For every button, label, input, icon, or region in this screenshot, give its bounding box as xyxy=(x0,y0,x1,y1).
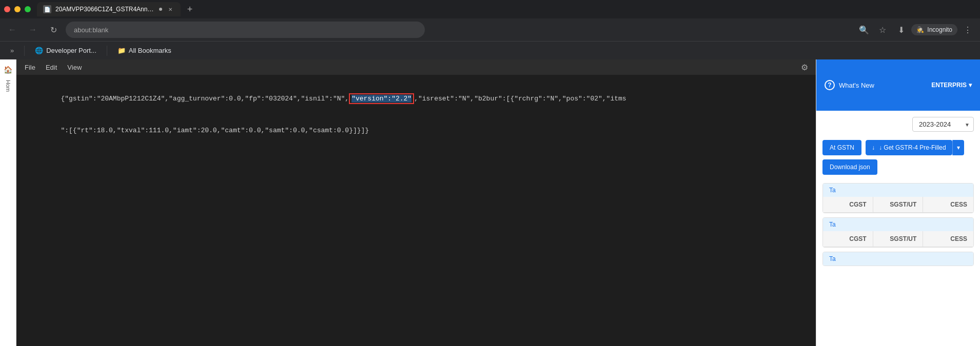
code-line-2: ":[{"rt":18.0,"txval":111.0,"iamt":20.0,… xyxy=(29,115,803,147)
browser-actions: 🔍 ☆ ⬇ 🕵 Incognito ⋮ xyxy=(856,22,976,38)
bookmark-star-icon[interactable]: ☆ xyxy=(874,22,891,38)
code-text-before: {"gstin":"20AMbpP1212C1Z4","agg_turnover… xyxy=(61,95,349,103)
table-label-1[interactable]: Ta xyxy=(823,184,973,197)
at-gstn-btn[interactable]: At GSTN xyxy=(822,140,861,155)
action-buttons-row: At GSTN ↓ ↓ Get GSTR-4 Pre-Filled ▾ Down… xyxy=(822,140,974,175)
table-label-2[interactable]: Ta xyxy=(823,218,973,231)
code-text-highlighted: "version":"2.2" xyxy=(351,95,411,103)
minimize-window-btn[interactable] xyxy=(14,6,21,12)
all-bookmarks-label: All Bookmarks xyxy=(129,47,171,54)
bookmark-icon: 🌐 xyxy=(35,47,43,54)
refresh-btn[interactable]: ↻ xyxy=(45,22,62,38)
download-arrow-icon: ↓ xyxy=(872,144,875,151)
tab-close-btn[interactable]: ✕ xyxy=(166,5,174,13)
table-2-col-sgst: SGST/UT xyxy=(873,231,924,247)
home-nav-label: Hom xyxy=(5,80,11,92)
enterprise-label: ENTERPRIS xyxy=(931,82,967,89)
prefilled-dropdown-btn[interactable]: ▾ xyxy=(952,140,964,155)
table-2-col-cess: CESS xyxy=(923,231,973,247)
year-select[interactable]: 2023-2024 2022-2023 2021-2022 xyxy=(912,117,974,132)
new-tab-btn[interactable]: + xyxy=(183,2,197,16)
year-select-row: 2023-2024 2022-2023 2021-2022 xyxy=(822,117,974,132)
table-2-header: CGST SGST/UT CESS xyxy=(823,231,973,247)
table-1-label-text: Ta xyxy=(829,187,836,194)
get-prefilled-btn[interactable]: ↓ ↓ Get GSTR-4 Pre-Filled xyxy=(866,140,952,155)
browser-chrome: 📄 20AMVPP3066C1Z4_GSTR4Annual ( ✕ + ← → … xyxy=(0,0,980,59)
download-icon[interactable]: ⬇ xyxy=(893,22,909,38)
main-editor-area: File Edit View ⚙ {"gstin":"20AMbpP1212C1… xyxy=(16,59,816,346)
prefilled-btn-group: ↓ ↓ Get GSTR-4 Pre-Filled ▾ xyxy=(866,140,964,155)
forward-btn[interactable]: → xyxy=(25,22,41,38)
table-1-col-cgst: CGST xyxy=(823,197,873,212)
incognito-label: Incognito xyxy=(927,26,952,33)
code-line-1: {"gstin":"20AMbpP1212C1Z4","agg_turnover… xyxy=(29,83,803,115)
table-1-col-cess: CESS xyxy=(923,197,973,212)
address-bar[interactable]: about:blank xyxy=(66,22,425,38)
settings-gear-icon[interactable]: ⚙ xyxy=(797,60,812,74)
incognito-icon: 🕵 xyxy=(916,26,924,33)
folder-icon: 📁 xyxy=(117,47,126,54)
enterprise-badge: ENTERPRIS ▾ xyxy=(931,82,972,89)
table-1-header: CGST SGST/UT CESS xyxy=(823,197,973,213)
bookmarks-separator xyxy=(24,46,25,56)
active-tab[interactable]: 📄 20AMVPP3066C1Z4_GSTR4Annual ( ✕ xyxy=(37,2,181,16)
menu-bar: File Edit View ⚙ xyxy=(16,59,816,75)
table-section-2: Ta CGST SGST/UT CESS xyxy=(822,217,974,248)
bookmarks-separator-2 xyxy=(107,46,107,56)
table-label-3[interactable]: Ta xyxy=(823,252,973,266)
bookmarks-bar: » 🌐 Developer Port... 📁 All Bookmarks xyxy=(0,41,980,59)
table-3-label-text: Ta xyxy=(829,255,836,262)
table-section-3: Ta xyxy=(822,252,974,266)
left-sidebar: 🏠 Hom xyxy=(0,59,16,346)
tab-label: 20AMVPP3066C1Z4_GSTR4Annual ( xyxy=(55,6,155,13)
code-editor[interactable]: {"gstin":"20AMbpP1212C1Z4","agg_turnover… xyxy=(16,75,816,346)
enterprise-dropdown-icon[interactable]: ▾ xyxy=(969,82,972,89)
back-btn[interactable]: ← xyxy=(4,22,21,38)
code-text-after-1: ,"isreset":"N","b2bur":[{"rchrg":"N","po… xyxy=(414,95,626,103)
year-select-wrapper: 2023-2024 2022-2023 2021-2022 xyxy=(912,117,974,132)
tab-favicon: 📄 xyxy=(43,5,51,13)
right-panel: ? What's New ENTERPRIS ▾ Shortcuts 2023-… xyxy=(816,59,980,346)
code-text-line2-end: :0.0}]}]} xyxy=(333,127,369,134)
menu-view[interactable]: View xyxy=(63,62,86,73)
right-panel-body: 2023-2024 2022-2023 2021-2022 At GSTN ↓ … xyxy=(816,111,980,346)
bookmarks-more-btn[interactable]: » xyxy=(6,45,18,56)
bookmark-developer-port[interactable]: 🌐 Developer Port... xyxy=(31,45,101,56)
sidebar-home-icon[interactable]: 🏠 xyxy=(2,64,14,76)
more-options-icon[interactable]: ⋮ xyxy=(959,22,976,38)
table-1-col-sgst: SGST/UT xyxy=(873,197,924,212)
tab-unsaved-dot xyxy=(159,8,162,11)
all-bookmarks-btn[interactable]: 📁 All Bookmarks xyxy=(113,45,175,56)
page-content: 🏠 Hom File Edit View ⚙ {"gstin":"20AMbpP… xyxy=(0,59,980,346)
address-text: about:blank xyxy=(74,26,108,34)
help-section: ? What's New xyxy=(825,80,874,90)
help-icon[interactable]: ? xyxy=(825,80,835,90)
menu-file[interactable]: File xyxy=(21,62,40,73)
maximize-window-btn[interactable] xyxy=(25,6,31,12)
tab-bar: 📄 20AMVPP3066C1Z4_GSTR4Annual ( ✕ + xyxy=(0,0,980,18)
close-window-btn[interactable] xyxy=(4,6,10,12)
download-json-btn[interactable]: Download json xyxy=(822,159,877,175)
table-2-col-cgst: CGST xyxy=(823,231,873,247)
whats-new-label[interactable]: What's New xyxy=(839,82,874,89)
address-bar-row: ← → ↻ about:blank 🔍 ☆ ⬇ 🕵 Incognito ⋮ xyxy=(0,18,980,41)
get-prefilled-label: ↓ Get GSTR-4 Pre-Filled xyxy=(879,144,946,151)
window-controls xyxy=(4,6,31,12)
bookmark-label: Developer Port... xyxy=(46,47,96,54)
incognito-btn[interactable]: 🕵 Incognito xyxy=(911,24,957,35)
code-text-line2: ":[{"rt":18.0,"txval":111.0,"iamt":20.0,… xyxy=(61,127,333,134)
table-2-label-text: Ta xyxy=(829,221,836,228)
table-section-1: Ta CGST SGST/UT CESS xyxy=(822,183,974,213)
search-icon[interactable]: 🔍 xyxy=(856,22,872,38)
right-panel-top: ? What's New ENTERPRIS ▾ xyxy=(816,59,980,111)
bookmarks-more-label: » xyxy=(10,47,14,54)
menu-edit[interactable]: Edit xyxy=(42,62,61,73)
